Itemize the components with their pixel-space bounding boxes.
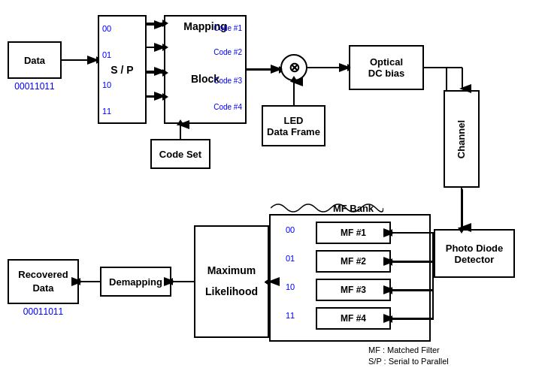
mf3-label: MF #3: [341, 285, 366, 295]
data-subtext: 00011011: [8, 81, 62, 92]
sp-label: S / P: [111, 64, 133, 76]
sp-bit-00: 00: [102, 24, 111, 33]
sp-bit-01: 01: [102, 50, 111, 59]
mf-bit-11: 11: [286, 311, 295, 320]
photodiode-label1: Photo Diode: [446, 243, 504, 254]
mapping-box: Mapping Block Code #1 Code #2 Code #3 Co…: [164, 15, 247, 124]
line-optical-to-channel: [424, 67, 447, 68]
footnote-sp: S/P : Serial to Parallel: [368, 357, 449, 366]
channel-box: Channel: [444, 90, 480, 188]
footnote-mf: MF : Matched Filter: [368, 345, 440, 354]
arrow-sp-map-4: [147, 96, 164, 98]
arrow-pd-mf3: [391, 290, 434, 291]
code3-label: Code #3: [213, 77, 242, 85]
recovered-label1: Recovered: [18, 268, 68, 282]
diagram: Data 00011011 S / P 00 01 10 11 Mapping …: [0, 0, 545, 392]
recovered-label2: Data: [18, 282, 68, 295]
arrow-mult-optical: [307, 67, 349, 68]
mf4-box: MF #4: [316, 307, 391, 330]
mf2-label: MF #2: [341, 256, 366, 267]
multiply-symbol: ⊗: [289, 59, 300, 76]
maximum-label1: Maximum: [205, 264, 258, 279]
codeset-box: Code Set: [150, 139, 210, 169]
wavy-line: [271, 199, 383, 216]
arrow-data-sp: [62, 59, 98, 61]
codeset-label: Code Set: [159, 149, 201, 160]
maximum-box: Maximum Likelihood: [194, 225, 269, 338]
sp-bit-10: 10: [102, 80, 111, 89]
arrow-max-demap: [171, 281, 194, 282]
demapping-box: Demapping: [100, 267, 171, 297]
mf2-box: MF #2: [316, 250, 391, 273]
optical-box: Optical DC bias: [349, 45, 424, 90]
led-label2: Data Frame: [267, 126, 320, 137]
arrow-sp-map-3: [147, 72, 164, 74]
mf4-label: MF #4: [341, 313, 366, 324]
recovered-subtext: 00011011: [8, 306, 79, 317]
optical-label1: Optical: [368, 56, 404, 68]
arrow-codeset-mapping: [180, 124, 181, 139]
code1-label: Code #1: [213, 24, 242, 32]
channel-label: Channel: [456, 119, 468, 158]
maximum-label2: Likelihood: [205, 285, 258, 300]
demapping-label: Demapping: [109, 276, 162, 288]
mf-bit-10: 10: [286, 282, 295, 291]
mf1-box: MF #1: [316, 222, 391, 244]
optical-label2: DC bias: [368, 68, 404, 79]
line-down-to-channel: [446, 67, 447, 91]
recovered-box: Recovered Data: [8, 259, 79, 304]
mf-bit-01: 01: [286, 254, 295, 263]
arrow-sp-map-1: [147, 23, 164, 24]
data-label: Data: [24, 55, 45, 66]
photodiode-box: Photo Diode Detector: [434, 229, 515, 278]
hline-pd-connect: [432, 254, 434, 255]
arrow-led-mult: [293, 80, 295, 105]
arrow-pd-mf2: [391, 261, 434, 263]
led-box: LED Data Frame: [262, 105, 325, 146]
photodiode-label2: Detector: [446, 254, 504, 265]
vline-pd-mf: [432, 232, 434, 318]
sp-bit-11: 11: [102, 107, 111, 116]
sp-box: S / P 00 01 10 11: [98, 15, 147, 124]
code4-label: Code #4: [213, 103, 242, 111]
mf1-label: MF #1: [341, 228, 366, 238]
arrow-sp-map-2: [147, 47, 164, 48]
code2-label: Code #2: [213, 48, 242, 56]
arrow-map-mult: [247, 69, 280, 71]
arrow-demap-recovered: [79, 281, 100, 282]
arrow-pd-mf4: [391, 318, 434, 320]
led-label1: LED: [267, 115, 320, 126]
mf3-box: MF #3: [316, 279, 391, 301]
arrow-pd-mf1: [391, 232, 434, 234]
mfbank-max-connector: [269, 278, 271, 285]
mf-bit-00: 00: [286, 225, 295, 234]
data-box: Data: [8, 41, 62, 79]
arrow-channel-pd: [461, 188, 462, 229]
